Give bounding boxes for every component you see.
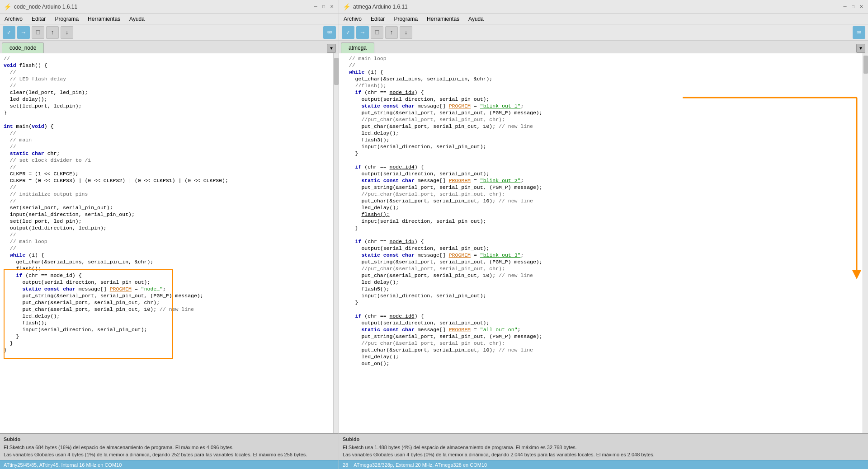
left-code-content: // void flash() { // // LED flash delay … — [0, 53, 339, 433]
right-code-content: // main loop // while (1) { get_char(&se… — [339, 53, 868, 433]
right-minimize-button[interactable]: ─ — [842, 4, 848, 10]
left-scrollbar[interactable] — [333, 53, 339, 433]
right-window-icon: ⚡ — [343, 3, 350, 10]
verify-button-left[interactable]: ✓ — [3, 26, 15, 39]
right-bottom-status: 28 ATmega328/328p, External 20 MHz, ATme… — [339, 460, 868, 469]
right-code-area[interactable]: // main loop // while (1) { get_char(&se… — [339, 53, 868, 433]
open-button-right[interactable]: ↑ — [385, 26, 398, 39]
left-code-area[interactable]: // void flash() { // // LED flash delay … — [0, 53, 339, 433]
left-tab-bar: code_node ▼ — [0, 41, 339, 53]
right-maximize-button[interactable]: □ — [850, 4, 856, 10]
menu-archivo-right[interactable]: Archivo — [341, 15, 364, 23]
upload-button-right[interactable]: → — [356, 26, 369, 39]
tab-dropdown-left[interactable]: ▼ — [327, 44, 336, 53]
save-button-left[interactable]: ↓ — [61, 26, 73, 39]
tab-code-node[interactable]: code_node — [2, 42, 44, 53]
new-button-left[interactable]: □ — [32, 26, 44, 39]
menu-herramientas-left[interactable]: Herramientas — [85, 15, 123, 23]
left-scroll-thumb[interactable] — [334, 58, 339, 85]
save-button-right[interactable]: ↓ — [400, 26, 412, 39]
menu-programa-right[interactable]: Programa — [391, 15, 420, 23]
menu-ayuda-left[interactable]: Ayuda — [127, 15, 147, 23]
left-window-icon: ⚡ — [4, 3, 11, 10]
left-status-bar-bottom: Subido El Sketch usa 684 bytes (16%) del… — [0, 433, 339, 460]
right-toolbar: ✓ → □ ↑ ↓ ⌨ — [339, 24, 868, 41]
left-menu-bar: Archivo Editar Programa Herramientas Ayu… — [0, 14, 339, 24]
right-subido-label: Subido — [343, 436, 864, 443]
left-title-bar: ⚡ code_node Arduino 1.6.11 ─ □ ✕ — [0, 0, 339, 14]
right-window: ⚡ atmega Arduino 1.6.11 ─ □ ✕ Archivo Ed… — [339, 0, 868, 469]
right-tab-bar: atmega ▼ — [339, 41, 868, 53]
menu-programa-left[interactable]: Programa — [52, 15, 81, 23]
right-line-number: 28 — [343, 462, 348, 468]
left-window-title: code_node Arduino 1.6.11 — [14, 4, 312, 10]
left-window-controls: ─ □ ✕ — [312, 4, 335, 10]
menu-herramientas-right[interactable]: Herramientas — [424, 15, 462, 23]
right-scrollbar[interactable] — [863, 53, 868, 433]
main-container: ⚡ code_node Arduino 1.6.11 ─ □ ✕ Archivo… — [0, 0, 868, 469]
tab-dropdown-right[interactable]: ▼ — [856, 44, 865, 53]
right-status-bar-bottom: Subido El Sketch usa 1.488 bytes (4%) de… — [339, 433, 868, 460]
right-board-info: ATmega328/328p, External 20 MHz, ATmega3… — [354, 462, 487, 468]
right-window-controls: ─ □ ✕ — [842, 4, 864, 10]
right-sketch-info-1: El Sketch usa 1.488 bytes (4%) del espac… — [343, 444, 864, 451]
menu-ayuda-right[interactable]: Ayuda — [466, 15, 486, 23]
open-button-left[interactable]: ↑ — [46, 26, 59, 39]
serial-monitor-button-left[interactable]: ⌨ — [323, 26, 336, 39]
left-board-info: ATtiny25/45/85, ATtiny45, Internal 16 MH… — [4, 462, 122, 468]
close-button[interactable]: ✕ — [329, 4, 335, 10]
left-sketch-info-1: El Sketch usa 684 bytes (16%) del espaci… — [4, 444, 335, 451]
right-window-title: atmega Arduino 1.6.11 — [353, 4, 842, 10]
menu-editar-left[interactable]: Editar — [29, 15, 48, 23]
right-sketch-info-2: Las variables Globales usan 4 bytes (0%)… — [343, 451, 864, 458]
menu-editar-right[interactable]: Editar — [368, 15, 387, 23]
right-menu-bar: Archivo Editar Programa Herramientas Ayu… — [339, 14, 868, 24]
right-scroll-thumb[interactable] — [863, 56, 868, 74]
menu-archivo-left[interactable]: Archivo — [2, 15, 25, 23]
left-toolbar: ✓ → □ ↑ ↓ ⌨ — [0, 24, 339, 41]
right-close-button[interactable]: ✕ — [858, 4, 864, 10]
tab-atmega[interactable]: atmega — [341, 42, 374, 53]
left-sketch-info-2: Las variables Globales usan 4 bytes (1%)… — [4, 451, 335, 458]
maximize-button[interactable]: □ — [321, 4, 327, 10]
minimize-button[interactable]: ─ — [312, 4, 319, 10]
new-button-right[interactable]: □ — [371, 26, 383, 39]
left-window: ⚡ code_node Arduino 1.6.11 ─ □ ✕ Archivo… — [0, 0, 339, 469]
right-title-bar: ⚡ atmega Arduino 1.6.11 ─ □ ✕ — [339, 0, 868, 14]
verify-button-right[interactable]: ✓ — [342, 26, 354, 39]
left-bottom-status: ATtiny25/45/85, ATtiny45, Internal 16 MH… — [0, 460, 339, 469]
serial-monitor-button-right[interactable]: ⌨ — [853, 26, 865, 39]
left-subido-label: Subido — [4, 436, 335, 443]
upload-button-left[interactable]: → — [17, 26, 30, 39]
